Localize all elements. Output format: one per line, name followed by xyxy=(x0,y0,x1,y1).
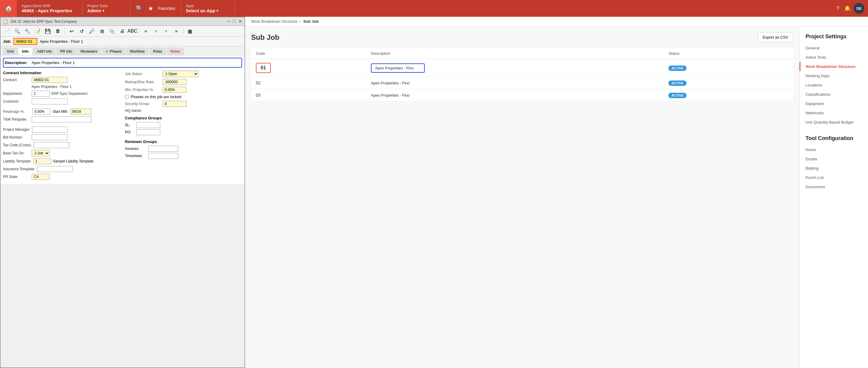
department-field-row: Department: ERP Sync Department xyxy=(3,91,120,96)
table-row[interactable]: 01 Apex Properties - Floo ACTIVE xyxy=(251,59,793,77)
job-description: Apex Properties - Floor 1 xyxy=(40,39,83,44)
search-icon[interactable]: 🔍 xyxy=(134,3,145,14)
next-button[interactable]: › xyxy=(162,27,170,35)
sidebar-item-home[interactable]: Home xyxy=(800,145,868,154)
col-description: Description xyxy=(366,48,663,59)
row2-status: ACTIVE xyxy=(663,77,793,89)
tab-info[interactable]: Info xyxy=(18,48,33,55)
job-bar: Job: Apex Properties - Floor 1 xyxy=(1,37,245,46)
department-input[interactable] xyxy=(32,91,50,96)
erp-project: 46802 - Apex Properties xyxy=(22,8,78,13)
minimize-button[interactable]: ─ xyxy=(227,19,230,24)
sidebar-item-wbs[interactable]: Work Breakdown Structure xyxy=(800,62,868,71)
apps-section[interactable]: Apps Select an App ▾ xyxy=(181,3,235,15)
apps-label: Apps xyxy=(186,4,230,8)
phases-locked-checkbox[interactable] xyxy=(125,95,129,99)
min-proj-input[interactable] xyxy=(163,87,187,93)
base-tax-row: Base Tax On: J-Job xyxy=(3,150,120,157)
phases-locked-label: Phases on this job are locked xyxy=(131,94,181,99)
liability-row: Liability Template: Sampel Liability Tem… xyxy=(3,158,120,164)
tab-phases[interactable]: ✔ Phases xyxy=(102,48,125,55)
contract-input[interactable] xyxy=(32,77,67,83)
tools-button[interactable]: 🔧 xyxy=(23,27,32,35)
row1-code: 01 xyxy=(251,59,366,77)
sidebar-item-emails[interactable]: Emails xyxy=(800,154,868,164)
home-button[interactable]: 🏠 xyxy=(0,0,17,17)
grid-button[interactable]: ⊞ xyxy=(98,27,106,35)
tax-code-input[interactable] xyxy=(33,142,69,148)
customer-field-row: Customer: xyxy=(3,98,120,105)
sidebar-item-classifications[interactable]: Classifications xyxy=(800,90,868,99)
insurance-input[interactable] xyxy=(37,166,73,172)
export-csv-button[interactable]: Export as CSV xyxy=(758,32,793,42)
base-tax-select[interactable]: J-Job xyxy=(32,150,50,157)
tab-pr-info[interactable]: PR Info xyxy=(56,48,76,55)
invoices-input[interactable] xyxy=(148,146,178,152)
first-button[interactable]: « xyxy=(142,27,150,35)
delete-button[interactable]: 🗑 xyxy=(54,27,62,35)
liability-input[interactable] xyxy=(33,158,51,164)
print-button[interactable]: 🖨 xyxy=(118,27,126,35)
prev-button[interactable]: ‹ xyxy=(152,27,160,35)
tab-workflow[interactable]: Workflow xyxy=(126,48,149,55)
table-row[interactable]: 03 Apex Properties - Floo ACTIVE xyxy=(251,89,793,102)
row1-description: Apex Properties - Floo xyxy=(366,59,663,77)
tab-grid[interactable]: Grid xyxy=(3,48,18,55)
sidebar-item-active-tools[interactable]: Active Tools xyxy=(800,53,868,62)
pr-state-input[interactable] xyxy=(32,174,50,180)
project-manager-input[interactable] xyxy=(32,126,68,133)
search-button[interactable]: 🔍 xyxy=(13,27,22,35)
sidebar-item-uqbb[interactable]: Unit Quantity Based Budget xyxy=(800,118,868,127)
save-button[interactable]: 💾 xyxy=(44,27,52,35)
markup-input[interactable] xyxy=(163,79,187,85)
tab-reviewers[interactable]: Reviewers xyxy=(76,48,101,55)
tm-template-row: T&M Template: xyxy=(3,116,120,122)
bid-number-input[interactable] xyxy=(32,134,67,140)
tm-template-input[interactable] xyxy=(32,116,91,122)
breadcrumb-parent[interactable]: Work Breakdown Structure xyxy=(251,19,298,24)
job-number-input[interactable] xyxy=(13,38,37,45)
project-tools-section[interactable]: Project Tools Admin ▾ xyxy=(83,3,130,15)
start-mth-input[interactable] xyxy=(70,109,91,115)
tab-notes[interactable]: Notes xyxy=(167,48,184,55)
maximize-button[interactable]: □ xyxy=(233,19,236,24)
sidebar-item-locations[interactable]: Locations xyxy=(800,81,868,90)
erp-info-section[interactable]: Agave Demo ERP 46802 - Apex Properties xyxy=(17,3,83,15)
refresh-button[interactable]: ↺ xyxy=(78,27,86,35)
description-input[interactable] xyxy=(30,60,240,66)
undo-button[interactable]: ↩ xyxy=(67,27,75,35)
customer-input[interactable] xyxy=(32,98,67,105)
last-button[interactable]: » xyxy=(172,27,181,35)
retainage-input[interactable] xyxy=(32,109,50,115)
sidebar-item-webhooks[interactable]: Webhooks xyxy=(800,108,868,118)
note-button[interactable]: 📝 xyxy=(33,27,42,35)
job-status-select[interactable]: 1-Open xyxy=(163,70,198,77)
help-icon[interactable]: ? xyxy=(835,4,841,13)
timesheet-input[interactable] xyxy=(148,153,178,159)
new-button[interactable]: 📄 xyxy=(3,27,11,35)
subjob-table: Code Description Status 01 Apex Pr xyxy=(251,48,793,102)
spell-button[interactable]: ABC xyxy=(128,27,136,35)
user-avatar[interactable]: DE xyxy=(854,3,864,14)
sl-input[interactable] xyxy=(136,122,160,128)
attach-button[interactable]: 📎 xyxy=(108,27,116,35)
sidebar-item-punch-list[interactable]: Punch List xyxy=(800,173,868,182)
favorites-label[interactable]: Favorites xyxy=(156,4,177,12)
table-row[interactable]: 02 Apex Properties - Floo ACTIVE xyxy=(251,77,793,89)
sidebar-item-equipment[interactable]: Equipment xyxy=(800,99,868,108)
sidebar-item-documents[interactable]: Documents xyxy=(800,182,868,192)
close-button[interactable]: ✕ xyxy=(238,19,242,24)
liability-label: Liability Template: xyxy=(3,159,31,163)
star-icon[interactable]: ★ xyxy=(146,3,155,14)
sidebar-item-general[interactable]: General xyxy=(800,44,868,53)
po-input[interactable] xyxy=(136,129,160,135)
zoom-button[interactable]: 🔎 xyxy=(88,27,96,35)
tab-addl-info[interactable]: Add'l Info xyxy=(33,48,56,55)
bell-icon[interactable]: 🔔 xyxy=(842,3,852,13)
table-button[interactable]: ▦ xyxy=(186,27,194,35)
tab-roles[interactable]: Roles xyxy=(149,48,166,55)
security-group-input[interactable] xyxy=(163,101,187,107)
sidebar-item-working-days[interactable]: Working Days xyxy=(800,71,868,81)
po-row: PO: xyxy=(125,129,242,135)
sidebar-item-bidding[interactable]: Bidding xyxy=(800,164,868,173)
